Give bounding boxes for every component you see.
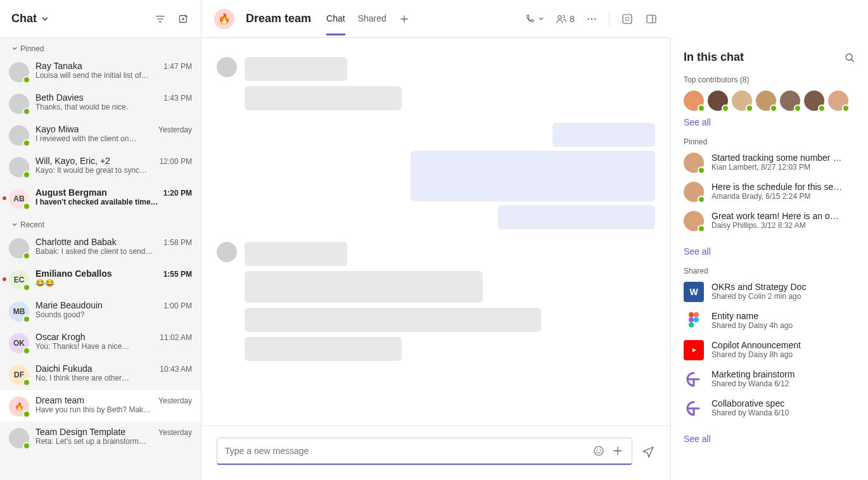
more-button[interactable] <box>586 13 597 25</box>
message-bubble[interactable] <box>245 86 402 110</box>
chat-list-item[interactable]: Beth Davies 1:43 PM Thanks, that would b… <box>0 87 201 119</box>
filter-button[interactable] <box>154 13 167 25</box>
message-bubble[interactable] <box>245 242 347 266</box>
avatar: MB <box>9 301 29 322</box>
chat-time: Yesterday <box>158 125 192 134</box>
chat-list-item[interactable]: OK Oscar Krogh 11:02 AM You: Thanks! Hav… <box>0 327 201 358</box>
avatar <box>684 182 704 202</box>
pinned-message[interactable]: Here is the schedule for this se… Amanda… <box>684 182 855 202</box>
contributor-avatar[interactable] <box>828 91 848 111</box>
call-button[interactable] <box>524 13 544 25</box>
main-area: 🔥 Dream team Chat Shared 8 <box>201 0 670 480</box>
chat-preview: 😂😂 <box>35 279 192 287</box>
svg-point-1 <box>587 18 589 19</box>
new-chat-button[interactable] <box>177 13 189 25</box>
attach-icon[interactable] <box>611 445 624 457</box>
chat-list-scroll[interactable]: Pinned Ray Tanaka 1:47 PM Louisa will se… <box>0 38 201 480</box>
search-icon[interactable] <box>844 52 855 63</box>
svg-rect-4 <box>623 15 632 23</box>
chat-preview: I haven't checked available time… <box>35 198 192 206</box>
avatar <box>9 125 29 146</box>
chat-time: 1:00 PM <box>163 301 192 310</box>
contributor-avatar[interactable] <box>684 91 704 111</box>
contributor-avatar[interactable] <box>732 91 752 111</box>
chat-name: August Bergman <box>35 187 107 198</box>
shared-meta: Shared by Colin 2 min ago <box>712 292 855 301</box>
right-panel: In this chat Top contributors (8) See al… <box>670 38 868 480</box>
shared-meta: Shared by Daisy 8h ago <box>712 350 855 359</box>
pinned-message[interactable]: Started tracking some number … Kian Lamb… <box>684 153 855 173</box>
chat-list-item[interactable]: Kayo Miwa Yesterday I reviewed with the … <box>0 119 201 151</box>
copilot-button[interactable] <box>621 13 634 25</box>
participants-button[interactable]: 8 <box>556 13 575 25</box>
pinned-message[interactable]: Great work team! Here is an o… Daisy Phi… <box>684 211 855 231</box>
chevron-down-icon <box>41 15 49 23</box>
contributor-avatar[interactable] <box>804 91 824 111</box>
chat-name: Team Design Template <box>35 427 125 437</box>
chat-dropdown[interactable]: Chat <box>11 12 49 25</box>
shared-meta: Shared by Wanda 6/12 <box>712 379 855 388</box>
see-all-pinned[interactable]: See all <box>684 246 711 256</box>
add-tab-button[interactable] <box>399 14 409 24</box>
message-bubble[interactable] <box>245 308 541 332</box>
contributors-row <box>684 91 855 111</box>
shared-title: Copilot Announcement <box>712 340 855 350</box>
emoji-icon[interactable] <box>592 445 605 457</box>
chat-name: Oscar Krogh <box>35 332 86 342</box>
open-pane-button[interactable] <box>645 13 658 25</box>
message-bubble[interactable] <box>498 205 655 229</box>
message-bubble[interactable] <box>245 57 347 81</box>
chat-list-item[interactable]: AB August Bergman 1:20 PM I haven't chec… <box>0 182 201 214</box>
tab-shared[interactable]: Shared <box>358 2 386 35</box>
right-panel-title: In this chat <box>684 51 744 64</box>
chat-preview: Have you run this by Beth? Mak… <box>35 405 192 414</box>
participants-count: 8 <box>570 14 575 24</box>
svg-point-10 <box>689 312 694 317</box>
tab-chat[interactable]: Chat <box>326 2 345 35</box>
pinned-label: Pinned <box>684 137 855 146</box>
shared-file[interactable]: Collaborative spec Shared by Wanda 6/10 <box>684 398 855 419</box>
see-all-shared[interactable]: See all <box>684 434 711 444</box>
compose-area <box>201 426 670 480</box>
avatar <box>684 153 704 173</box>
shared-file[interactable]: Entity name Shared by Daisy 4h ago <box>684 311 855 331</box>
contributor-avatar[interactable] <box>756 91 776 111</box>
compose-box[interactable] <box>217 438 632 465</box>
message-bubble[interactable] <box>245 271 483 303</box>
message-list[interactable] <box>201 38 670 426</box>
avatar: EC <box>9 270 29 290</box>
svg-rect-5 <box>647 15 656 23</box>
sender-avatar <box>217 57 237 77</box>
chat-list-item[interactable]: DF Daichi Fukuda 10:43 AM No, I think th… <box>0 358 201 390</box>
svg-point-7 <box>597 450 598 451</box>
avatar <box>684 211 704 231</box>
chat-name: Emiliano Ceballos <box>35 268 112 279</box>
pinned-title: Here is the schedule for this se… <box>712 182 855 192</box>
sidebar-title-text: Chat <box>11 12 37 25</box>
message-input[interactable] <box>225 446 586 456</box>
sidebar-header: Chat <box>0 0 201 38</box>
chat-list-item[interactable]: Ray Tanaka 1:47 PM Louisa will send the … <box>0 56 201 87</box>
shared-file[interactable]: W OKRs and Strategy Doc Shared by Colin … <box>684 282 855 302</box>
chat-list-item[interactable]: Charlotte and Babak 1:58 PM Babak: I ask… <box>0 232 201 263</box>
contributor-avatar[interactable] <box>708 91 728 111</box>
shared-file[interactable]: Marketing brainstorm Shared by Wanda 6/1… <box>684 369 855 389</box>
chat-list-item[interactable]: Team Design Template Yesterday Reta: Let… <box>0 422 201 453</box>
chat-list-item[interactable]: Will, Kayo, Eric, +2 12:00 PM Kayo: It w… <box>0 151 201 182</box>
message-bubble[interactable] <box>411 151 655 201</box>
message-bubble[interactable] <box>552 123 655 147</box>
svg-point-14 <box>689 322 694 327</box>
pinned-meta: Daisy Phillips. 3/12 8:32 AM <box>712 221 855 230</box>
avatar <box>9 238 29 258</box>
shared-file[interactable]: Copilot Announcement Shared by Daisy 8h … <box>684 340 855 360</box>
shared-title: OKRs and Strategy Doc <box>712 282 855 292</box>
see-all-contributors[interactable]: See all <box>684 117 711 127</box>
chat-list-item[interactable]: 🔥 Dream team Yesterday Have you run this… <box>0 390 201 422</box>
send-button[interactable] <box>641 445 655 458</box>
avatar: OK <box>9 333 29 353</box>
contributor-avatar[interactable] <box>780 91 800 111</box>
chat-list-item[interactable]: EC Emiliano Ceballos 1:55 PM 😂😂 <box>0 263 201 295</box>
message-bubble[interactable] <box>245 337 402 361</box>
chat-preview: You: Thanks! Have a nice… <box>35 342 192 351</box>
chat-list-item[interactable]: MB Marie Beaudouin 1:00 PM Sounds good? <box>0 295 201 327</box>
